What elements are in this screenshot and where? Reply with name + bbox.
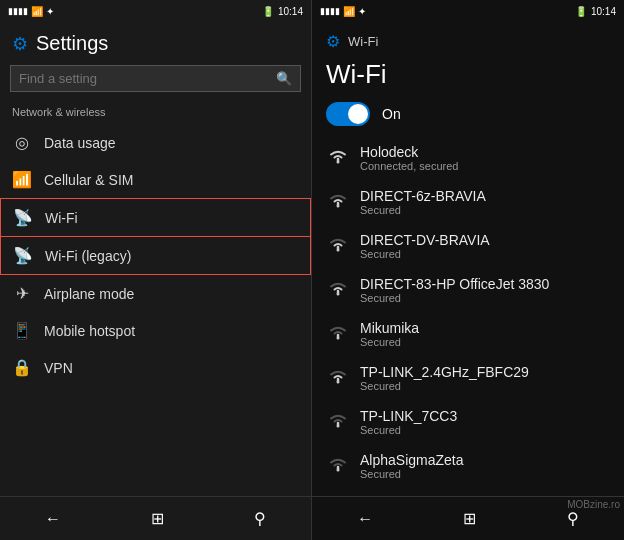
wifi-status-braviadv: Secured bbox=[360, 248, 490, 260]
wifi-status-tplink7cc3: Secured bbox=[360, 424, 457, 436]
bt-icon-right: ✦ bbox=[358, 6, 366, 17]
settings-title: Settings bbox=[36, 32, 108, 55]
svg-point-7 bbox=[337, 468, 340, 471]
wifi-network-hp[interactable]: DIRECT-83-HP OfficeJet 3830 Secured bbox=[312, 268, 624, 312]
toggle-knob bbox=[348, 104, 368, 124]
nav-item-wifi-legacy[interactable]: 📡 Wi-Fi (legacy) bbox=[0, 237, 311, 275]
battery-icon-right: 🔋 bbox=[575, 6, 587, 17]
wifi-toggle[interactable] bbox=[326, 102, 370, 126]
wifi-network-bravia6z[interactable]: DIRECT-6z-BRAVIA Secured bbox=[312, 180, 624, 224]
search-bar[interactable]: 🔍 bbox=[10, 65, 301, 92]
status-bar-left: ▮▮▮▮ 📶 ✦ 🔋 10:14 bbox=[0, 0, 311, 22]
wifi-name-bravia6z: DIRECT-6z-BRAVIA bbox=[360, 188, 486, 204]
nav-label-vpn: VPN bbox=[44, 360, 73, 376]
nav-item-airplane[interactable]: ✈ Airplane mode bbox=[0, 275, 311, 312]
wifi-name-mikumika: Mikumika bbox=[360, 320, 419, 336]
wifi-status-bravia6z: Secured bbox=[360, 204, 486, 216]
status-right-left: ▮▮▮▮ 📶 ✦ bbox=[320, 6, 366, 17]
wifi-signal-icon-4 bbox=[326, 323, 350, 346]
back-button-right[interactable]: ← bbox=[337, 506, 393, 532]
status-right-right: 🔋 10:14 bbox=[575, 6, 616, 17]
wifi-signal-icon-6 bbox=[326, 411, 350, 434]
left-panel: ▮▮▮▮ 📶 ✦ 🔋 10:14 ⚙ Settings 🔍 Network & … bbox=[0, 0, 312, 540]
wifi-legacy-icon: 📡 bbox=[13, 246, 33, 265]
wifi-name-braviadv: DIRECT-DV-BRAVIA bbox=[360, 232, 490, 248]
wifi-network-tplink24[interactable]: TP-LINK_2.4GHz_FBFC29 Secured bbox=[312, 356, 624, 400]
wifi-signal-icon-3 bbox=[326, 279, 350, 302]
time-display: 10:14 bbox=[278, 6, 303, 17]
wifi-info-tplink24: TP-LINK_2.4GHz_FBFC29 Secured bbox=[360, 364, 529, 392]
wifi-info-holodeck: Holodeck Connected, secured bbox=[360, 144, 458, 172]
search-input[interactable] bbox=[19, 71, 270, 86]
wifi-signal-icon-2 bbox=[326, 235, 350, 258]
nav-list: ◎ Data usage 📶 Cellular & SIM 📡 Wi-Fi 📡 … bbox=[0, 124, 311, 496]
wifi-network-alphasigma[interactable]: AlphaSigmaZeta Secured bbox=[312, 444, 624, 488]
status-right: 🔋 10:14 bbox=[262, 6, 303, 17]
wifi-name-tplink24: TP-LINK_2.4GHz_FBFC29 bbox=[360, 364, 529, 380]
airplane-icon: ✈ bbox=[12, 284, 32, 303]
bluetooth-icon: ✦ bbox=[46, 6, 54, 17]
wifi-status-alphasigma: Secured bbox=[360, 468, 464, 480]
wifi-network-tplink7cc3[interactable]: TP-LINK_7CC3 Secured bbox=[312, 400, 624, 444]
hotspot-icon: 📱 bbox=[12, 321, 32, 340]
wifi-info-alphasigma: AlphaSigmaZeta Secured bbox=[360, 452, 464, 480]
search-icon: 🔍 bbox=[276, 71, 292, 86]
right-panel: ▮▮▮▮ 📶 ✦ 🔋 10:14 ⚙ Wi-Fi Wi-Fi On bbox=[312, 0, 624, 540]
nav-item-wifi[interactable]: 📡 Wi-Fi bbox=[0, 198, 311, 237]
toggle-label: On bbox=[382, 106, 401, 122]
cellular-sim-icon: 📶 bbox=[12, 170, 32, 189]
search-button-left[interactable]: ⚲ bbox=[234, 505, 286, 532]
settings-header: ⚙ Settings bbox=[0, 22, 311, 61]
wifi-icon: 📡 bbox=[13, 208, 33, 227]
wifi-network-braviadv[interactable]: DIRECT-DV-BRAVIA Secured bbox=[312, 224, 624, 268]
nav-item-vpn[interactable]: 🔒 VPN bbox=[0, 349, 311, 386]
wifi-signal-icon-0 bbox=[326, 147, 350, 170]
battery-icon: 🔋 bbox=[262, 6, 274, 17]
svg-point-0 bbox=[337, 160, 340, 163]
wifi-signal-icon-1 bbox=[326, 191, 350, 214]
nav-label-cellular-sim: Cellular & SIM bbox=[44, 172, 133, 188]
status-bar-right: ▮▮▮▮ 📶 ✦ 🔋 10:14 bbox=[312, 0, 624, 22]
data-usage-icon: ◎ bbox=[12, 133, 32, 152]
wifi-info-tplink7cc3: TP-LINK_7CC3 Secured bbox=[360, 408, 457, 436]
wifi-network-holodeck[interactable]: Holodeck Connected, secured bbox=[312, 136, 624, 180]
wifi-network-mikumika[interactable]: Mikumika Secured bbox=[312, 312, 624, 356]
svg-point-6 bbox=[337, 424, 340, 427]
wifi-status-mikumika: Secured bbox=[360, 336, 419, 348]
wifi-info-bravia6z: DIRECT-6z-BRAVIA Secured bbox=[360, 188, 486, 216]
wifi-toggle-row: On bbox=[312, 98, 624, 136]
nav-label-data-usage: Data usage bbox=[44, 135, 116, 151]
svg-point-2 bbox=[337, 248, 340, 251]
carrier-icon: ▮▮▮▮ bbox=[8, 6, 28, 16]
wifi-status-holodeck: Connected, secured bbox=[360, 160, 458, 172]
signal-icon-right: ▮▮▮▮ bbox=[320, 6, 340, 16]
wifi-name-hp: DIRECT-83-HP OfficeJet 3830 bbox=[360, 276, 549, 292]
wifi-status-hp: Secured bbox=[360, 292, 549, 304]
nav-item-cellular-sim[interactable]: 📶 Cellular & SIM bbox=[0, 161, 311, 198]
home-button-right[interactable]: ⊞ bbox=[443, 505, 496, 532]
home-button-left[interactable]: ⊞ bbox=[131, 505, 184, 532]
wifi-signal-icon-5 bbox=[326, 367, 350, 390]
wifi-page-header: ⚙ Wi-Fi bbox=[312, 22, 624, 55]
settings-gear-icon: ⚙ bbox=[12, 33, 28, 55]
vpn-icon: 🔒 bbox=[12, 358, 32, 377]
wifi-page-title: Wi-Fi bbox=[312, 55, 624, 98]
nav-item-hotspot[interactable]: 📱 Mobile hotspot bbox=[0, 312, 311, 349]
wifi-status-icon: 📶 bbox=[343, 6, 355, 17]
watermark: MOBzine.ro bbox=[567, 499, 620, 510]
wifi-name-tplink7cc3: TP-LINK_7CC3 bbox=[360, 408, 457, 424]
nav-item-data-usage[interactable]: ◎ Data usage bbox=[0, 124, 311, 161]
wifi-page-icon: ⚙ bbox=[326, 32, 340, 51]
wifi-page-label: Wi-Fi bbox=[348, 34, 378, 49]
svg-point-1 bbox=[337, 204, 340, 207]
wifi-info-braviadv: DIRECT-DV-BRAVIA Secured bbox=[360, 232, 490, 260]
wifi-network-list: Holodeck Connected, secured DIRECT-6z-BR… bbox=[312, 136, 624, 496]
nav-label-wifi: Wi-Fi bbox=[45, 210, 78, 226]
nav-label-wifi-legacy: Wi-Fi (legacy) bbox=[45, 248, 131, 264]
section-label: Network & wireless bbox=[0, 102, 311, 124]
bottom-bar-left: ← ⊞ ⚲ bbox=[0, 496, 311, 540]
back-button-left[interactable]: ← bbox=[25, 506, 81, 532]
nav-label-hotspot: Mobile hotspot bbox=[44, 323, 135, 339]
time-display-right: 10:14 bbox=[591, 6, 616, 17]
wifi-status-tplink24: Secured bbox=[360, 380, 529, 392]
